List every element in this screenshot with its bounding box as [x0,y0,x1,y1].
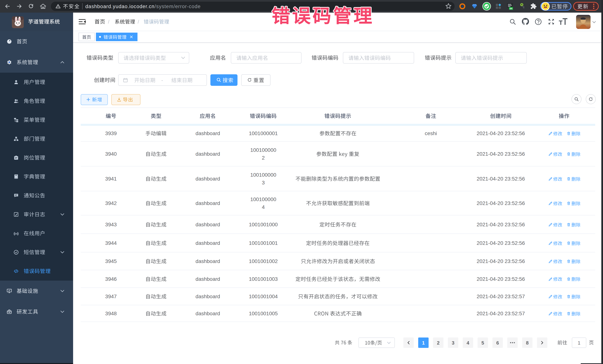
svg-text:on: on [510,7,512,10]
